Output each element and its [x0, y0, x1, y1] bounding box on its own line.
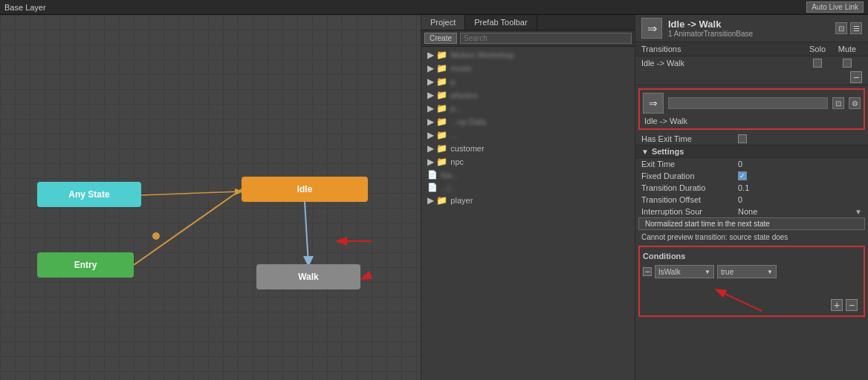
has-exit-time-checkbox[interactable]	[738, 134, 747, 143]
transition-row-name[interactable]: Idle -> Walk	[641, 59, 803, 68]
list-item[interactable]: ▶ 📁 music	[421, 62, 635, 75]
inspector-header: ⇒ Idle -> Walk 1 AnimatorTransitionBase …	[635, 15, 868, 42]
mute-checkbox-area	[832, 59, 862, 68]
exit-time-label: Exit Time	[641, 160, 738, 168]
transition-detail-box: ⇒ ⊡ ⚙ Idle -> Walk	[638, 88, 865, 130]
has-exit-time-label: Has Exit Time	[641, 134, 738, 143]
folder-icon: ▶ 📁	[427, 157, 447, 167]
idle-node[interactable]: Idle	[242, 177, 368, 202]
condition-value-dropdown[interactable]: true ▼	[717, 265, 777, 278]
base-layer-title: Base Layer	[4, 3, 46, 12]
folder-icon: ▶ 📁	[427, 50, 447, 60]
item-label: Motion Workshop	[450, 50, 514, 59]
conditions-section: Conditions − IsWalk ▼ true ▼	[638, 246, 865, 317]
remove-transition-button[interactable]: −	[850, 71, 862, 83]
settings-arrow-icon[interactable]: ▼	[641, 148, 649, 156]
checkmark-icon: ✓	[739, 172, 745, 180]
item-label: ...i...	[441, 183, 456, 192]
tab-prefab-toolbar[interactable]: Prefab Toolbar	[465, 15, 537, 30]
transition-detail-name: Idle -> Walk	[643, 117, 861, 125]
conditions-red-arrow-svg	[643, 283, 861, 312]
solo-checkbox[interactable]	[813, 59, 822, 68]
entry-node[interactable]: Entry	[37, 252, 134, 278]
search-input[interactable]	[460, 33, 632, 44]
transition-detail-settings-button[interactable]: ⚙	[849, 97, 861, 109]
top-bar: Base Layer Auto Live Link	[0, 0, 868, 15]
transition-offset-row: Transition Offset 0	[635, 194, 868, 206]
item-label: npc	[450, 157, 464, 166]
exit-time-row: Exit Time 0	[635, 158, 868, 170]
walk-label: Walk	[298, 272, 319, 282]
fixed-duration-checkbox[interactable]: ✓	[738, 171, 747, 180]
list-item[interactable]: ▶ 📁 npc	[421, 155, 635, 168]
inspector-panel: ⇒ Idle -> Walk 1 AnimatorTransitionBase …	[635, 15, 868, 380]
remove-condition-button-2[interactable]: −	[846, 299, 858, 311]
list-item[interactable]: ▶ 📁 player	[421, 194, 635, 207]
transition-icon: ⇒	[641, 18, 662, 39]
remove-condition-button[interactable]: −	[643, 267, 652, 276]
tooltip-text: Normalized start time in the next state	[645, 220, 770, 228]
inspector-scroll: Transitions Solo Mute Idle -> Walk −	[635, 42, 868, 380]
folder-icon: ▶ 📁	[427, 76, 447, 87]
mute-col-label: Mute	[832, 45, 862, 53]
inspector-title: Idle -> Walk	[668, 19, 829, 30]
top-bar-right: Auto Live Link	[806, 1, 864, 13]
inspector-expand-button[interactable]: ⊡	[835, 22, 847, 34]
svg-point-5	[152, 232, 160, 240]
folder-icon: ▶ 📁	[427, 130, 447, 140]
svg-line-6	[363, 275, 372, 278]
inspector-title-block: Idle -> Walk 1 AnimatorTransitionBase	[668, 19, 829, 38]
list-item[interactable]: ▶ 📁 p	[421, 75, 635, 88]
transition-duration-value: 0.1	[738, 183, 749, 192]
create-button[interactable]: Create	[424, 33, 457, 44]
mute-checkbox[interactable]	[843, 59, 852, 68]
condition-param-value: IsWalk	[658, 268, 681, 276]
folder-icon: ▶ 📁	[427, 143, 447, 154]
list-item[interactable]: ▶ 📁 Motion Workshop	[421, 48, 635, 62]
transition-detail-expand-button[interactable]: ⊡	[832, 97, 844, 109]
warning-bar: Cannot preview transition: source state …	[635, 232, 868, 243]
folder-icon: ▶ 📁	[427, 103, 447, 114]
transition-offset-label: Transition Offset	[641, 195, 738, 204]
interruption-source-value: None	[738, 207, 757, 216]
animator-grid[interactable]: Any State Idle Entry Walk	[0, 15, 421, 380]
walk-node[interactable]: Walk	[256, 264, 360, 289]
transitions-col-label: Transitions	[641, 45, 803, 53]
list-item[interactable]: ▶ 📁 ...	[421, 128, 635, 142]
project-list: ▶ 📁 Motion Workshop ▶ 📁 music ▶ 📁 p ▶ 📁 …	[421, 47, 635, 380]
has-exit-time-row: Has Exit Time	[635, 133, 868, 145]
transition-detail-icon: ⇒	[643, 93, 664, 114]
list-item[interactable]: 📄 Na...	[421, 168, 635, 181]
project-toolbar: Create	[421, 30, 635, 47]
svg-line-0	[134, 189, 242, 265]
folder-icon: ▶ 📁	[427, 63, 447, 73]
condition-value-arrow-icon: ▼	[767, 269, 773, 275]
list-item[interactable]: ▶ 📁 p...	[421, 102, 635, 115]
settings-section-header: ▼ Settings	[635, 145, 868, 158]
tab-project[interactable]: Project	[421, 15, 465, 30]
folder-icon: ▶ 📁	[427, 117, 447, 127]
add-condition-button[interactable]: +	[831, 299, 843, 311]
any-state-node[interactable]: Any State	[37, 182, 141, 207]
list-item[interactable]: ▶ 📁 ...op Data	[421, 115, 635, 128]
item-label: player	[450, 196, 473, 205]
auto-live-link-button[interactable]: Auto Live Link	[806, 1, 864, 13]
condition-param-dropdown[interactable]: IsWalk ▼	[655, 265, 714, 278]
item-label: p...	[450, 104, 461, 113]
fixed-duration-row: Fixed Duration ✓	[635, 170, 868, 182]
list-item[interactable]: ▶ 📁 physics	[421, 88, 635, 102]
inspector-menu-button[interactable]: ☰	[850, 22, 862, 34]
list-item[interactable]: ▶ 📁 customer	[421, 142, 635, 155]
svg-line-1	[305, 202, 308, 264]
transition-duration-label: Transition Duratio	[641, 183, 738, 192]
folder-icon: ▶ 📁	[427, 195, 447, 206]
project-tabs: Project Prefab Toolbar	[421, 15, 635, 30]
animator-panel: Any State Idle Entry Walk	[0, 15, 421, 380]
file-icon-green: 📄	[427, 183, 438, 192]
solo-checkbox-area	[803, 59, 832, 68]
scroll-indicator: ▼	[855, 208, 862, 216]
svg-line-7	[717, 290, 762, 311]
condition-row: − IsWalk ▼ true ▼	[643, 263, 861, 280]
entry-label: Entry	[74, 260, 97, 270]
list-item[interactable]: 📄 ...i...	[421, 181, 635, 194]
